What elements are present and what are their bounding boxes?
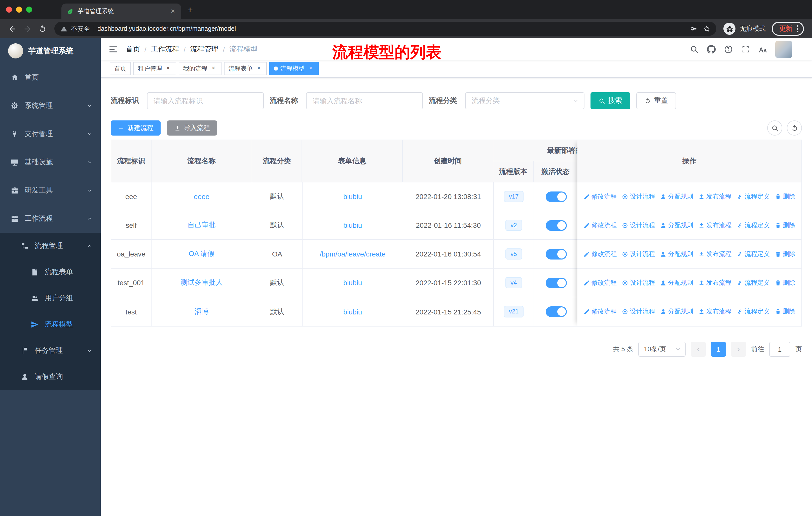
new-tab-button[interactable]: + (187, 3, 193, 17)
action-design-link[interactable]: 设计流程 (622, 192, 655, 201)
action-publish-link[interactable]: 发布流程 (698, 278, 731, 287)
name-filter-input[interactable] (306, 92, 423, 109)
close-icon[interactable]: × (255, 65, 262, 72)
search-icon[interactable] (690, 45, 699, 54)
tags-view-tab-tenant[interactable]: 租户管理× (134, 62, 176, 75)
action-assign-link[interactable]: 分配规则 (660, 278, 693, 287)
close-icon[interactable]: × (307, 65, 314, 72)
breadcrumb-home[interactable]: 首页 (126, 45, 140, 54)
sidebar-item-process-mgmt[interactable]: 流程管理 (0, 233, 101, 259)
import-process-button[interactable]: 导入流程 (167, 120, 217, 136)
action-design-link[interactable]: 设计流程 (622, 221, 655, 229)
sidebar-item-process-model[interactable]: 流程模型 (0, 311, 101, 337)
breadcrumb-process-mgmt[interactable]: 流程管理 (190, 45, 219, 54)
action-definition-link[interactable]: 流程定义 (736, 278, 770, 287)
address-bar[interactable]: 不安全 dashboard.yudao.iocoder.cn/bpm/manag… (54, 22, 716, 36)
cell-process-name-link[interactable]: 测试多审批人 (151, 268, 252, 297)
tab-close-icon[interactable]: ✕ (170, 7, 176, 16)
tags-view-tab-my-process[interactable]: 我的流程× (179, 62, 222, 75)
refresh-table-button[interactable] (787, 120, 802, 136)
action-design-link[interactable]: 设计流程 (622, 307, 655, 316)
action-edit-link[interactable]: 修改流程 (583, 307, 617, 316)
sidebar-item-payment[interactable]: 支付管理 (0, 120, 101, 148)
search-button[interactable]: 搜索 (590, 92, 630, 109)
action-delete-link[interactable]: 删除 (775, 250, 795, 258)
cell-process-name-link[interactable]: 自己审批 (151, 211, 252, 240)
active-toggle[interactable] (546, 277, 567, 288)
action-assign-link[interactable]: 分配规则 (660, 221, 693, 229)
action-assign-link[interactable]: 分配规则 (660, 307, 693, 316)
close-icon[interactable]: × (210, 65, 217, 72)
active-toggle[interactable] (546, 191, 567, 202)
back-button[interactable] (5, 22, 19, 36)
goto-page-input[interactable] (769, 342, 790, 357)
action-delete-link[interactable]: 删除 (775, 221, 795, 229)
cell-process-name-link[interactable]: eeee (151, 182, 252, 211)
app-logo[interactable]: 芋道管理系统 (0, 38, 101, 63)
action-design-link[interactable]: 设计流程 (622, 250, 655, 258)
action-publish-link[interactable]: 发布流程 (698, 307, 731, 316)
browser-tab[interactable]: 芋道管理系统 ✕ (61, 3, 181, 19)
sidebar-item-system[interactable]: 系统管理 (0, 92, 101, 120)
active-toggle[interactable] (546, 220, 567, 230)
cell-process-name-link[interactable]: OA 请假 (151, 240, 252, 268)
tags-view-tab-home[interactable]: 首页 (110, 62, 131, 75)
sidebar-item-process-form[interactable]: 流程表单 (0, 259, 101, 285)
category-select[interactable]: 流程分类 (465, 92, 584, 109)
breadcrumb-workflow[interactable]: 工作流程 (151, 45, 179, 54)
action-definition-link[interactable]: 流程定义 (736, 192, 770, 201)
reset-button[interactable]: 重置 (636, 92, 676, 109)
sidebar-item-task-mgmt[interactable]: 任务管理 (0, 337, 101, 364)
action-definition-link[interactable]: 流程定义 (736, 221, 770, 229)
window-zoom-button[interactable] (26, 6, 32, 12)
sidebar-item-infra[interactable]: 基础设施 (0, 148, 101, 176)
sidebar-item-leave-query[interactable]: 请假查询 (0, 364, 101, 390)
next-page-button[interactable]: › (731, 342, 746, 357)
tags-view-tab-process-model[interactable]: 流程模型× (269, 62, 319, 75)
bookmark-star-icon[interactable] (703, 25, 710, 32)
action-delete-link[interactable]: 删除 (775, 278, 795, 287)
key-filter-input[interactable] (147, 92, 264, 109)
active-toggle[interactable] (546, 306, 567, 317)
toggle-search-button[interactable] (767, 120, 782, 136)
window-minimize-button[interactable] (16, 6, 22, 12)
update-button[interactable]: 更新 (772, 22, 804, 36)
action-publish-link[interactable]: 发布流程 (698, 192, 731, 201)
action-assign-link[interactable]: 分配规则 (660, 250, 693, 258)
action-delete-link[interactable]: 删除 (775, 192, 795, 201)
action-design-link[interactable]: 设计流程 (622, 278, 655, 287)
font-size-icon[interactable] (758, 45, 767, 54)
sidebar-item-user-group[interactable]: 用户分组 (0, 285, 101, 311)
action-publish-link[interactable]: 发布流程 (698, 221, 731, 229)
sidebar-item-workflow[interactable]: 工作流程 (0, 205, 101, 233)
action-edit-link[interactable]: 修改流程 (583, 192, 617, 201)
password-key-icon[interactable] (690, 25, 697, 32)
cell-form-link[interactable]: /bpm/oa/leave/create (302, 240, 403, 268)
tags-view-tab-process-form[interactable]: 流程表单× (224, 62, 267, 75)
action-publish-link[interactable]: 发布流程 (698, 250, 731, 258)
cell-form-link[interactable]: biubiu (302, 211, 403, 240)
cell-form-link[interactable]: biubiu (302, 182, 403, 211)
action-edit-link[interactable]: 修改流程 (583, 278, 617, 287)
hamburger-icon[interactable] (108, 44, 118, 54)
action-definition-link[interactable]: 流程定义 (736, 250, 770, 258)
cell-process-name-link[interactable]: 滔博 (151, 297, 252, 326)
active-toggle[interactable] (546, 249, 567, 259)
sidebar-item-home[interactable]: 首页 (0, 63, 101, 92)
action-edit-link[interactable]: 修改流程 (583, 221, 617, 229)
action-assign-link[interactable]: 分配规则 (660, 192, 693, 201)
github-icon[interactable] (707, 45, 716, 54)
help-icon[interactable] (724, 45, 733, 54)
user-avatar[interactable] (775, 40, 792, 58)
close-icon[interactable]: × (165, 65, 172, 72)
forward-button[interactable] (20, 22, 34, 36)
cell-form-link[interactable]: biubiu (302, 268, 403, 297)
cell-form-link[interactable]: biubiu (302, 297, 403, 326)
action-delete-link[interactable]: 删除 (775, 307, 795, 316)
sidebar-item-devtools[interactable]: 研发工具 (0, 176, 101, 205)
window-close-button[interactable] (6, 6, 12, 12)
action-definition-link[interactable]: 流程定义 (736, 307, 770, 316)
fullscreen-icon[interactable] (741, 45, 750, 54)
create-process-button[interactable]: 新建流程 (111, 120, 161, 136)
page-size-select[interactable]: 10条/页 (638, 342, 686, 357)
